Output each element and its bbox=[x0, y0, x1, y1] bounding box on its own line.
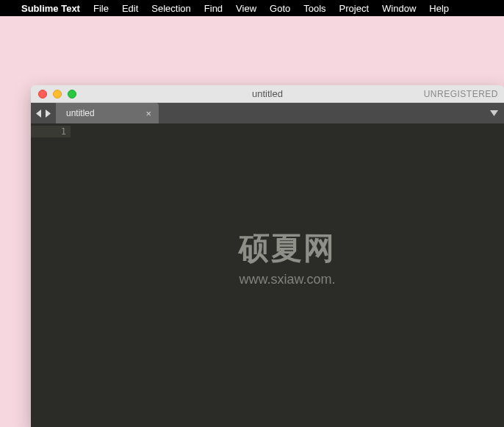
tab-close-icon[interactable]: × bbox=[145, 109, 151, 118]
window-controls bbox=[31, 90, 76, 98]
menu-view[interactable]: View bbox=[229, 3, 263, 14]
tab-untitled[interactable]: untitled × bbox=[56, 103, 159, 123]
registration-status: UNREGISTERED bbox=[424, 89, 504, 99]
editor-area: 1 硕夏网 www.sxiaw.com. bbox=[31, 123, 504, 427]
editor-window: untitled UNREGISTERED untitled × 1 硕夏网 w… bbox=[31, 85, 504, 427]
tab-bar: untitled × bbox=[31, 103, 504, 123]
menu-window[interactable]: Window bbox=[375, 3, 422, 14]
watermark-main: 硕夏网 bbox=[239, 227, 336, 268]
close-window-button[interactable] bbox=[38, 90, 47, 98]
menu-file[interactable]: File bbox=[87, 3, 115, 14]
tab-nav bbox=[31, 103, 56, 123]
nav-back-icon[interactable] bbox=[35, 110, 42, 118]
tab-label: untitled bbox=[66, 108, 95, 118]
watermark: 硕夏网 www.sxiaw.com. bbox=[239, 227, 336, 287]
line-gutter: 1 bbox=[31, 123, 71, 427]
line-number: 1 bbox=[31, 126, 71, 137]
app-menu[interactable]: Sublime Text bbox=[15, 3, 87, 14]
menu-help[interactable]: Help bbox=[422, 3, 456, 14]
menu-edit[interactable]: Edit bbox=[115, 3, 145, 14]
tab-overflow-menu[interactable] bbox=[484, 103, 504, 123]
menu-project[interactable]: Project bbox=[333, 3, 375, 14]
menu-find[interactable]: Find bbox=[198, 3, 229, 14]
menu-goto[interactable]: Goto bbox=[263, 3, 297, 14]
macos-menubar: Sublime Text File Edit Selection Find Vi… bbox=[0, 0, 504, 16]
window-titlebar[interactable]: untitled UNREGISTERED bbox=[31, 85, 504, 103]
nav-forward-icon[interactable] bbox=[45, 110, 51, 118]
minimize-window-button[interactable] bbox=[53, 90, 62, 98]
chevron-down-icon bbox=[490, 110, 498, 116]
menu-selection[interactable]: Selection bbox=[145, 3, 197, 14]
zoom-window-button[interactable] bbox=[68, 90, 76, 98]
watermark-sub: www.sxiaw.com. bbox=[239, 271, 336, 287]
code-area[interactable]: 硕夏网 www.sxiaw.com. bbox=[71, 123, 504, 427]
menu-tools[interactable]: Tools bbox=[297, 3, 332, 14]
